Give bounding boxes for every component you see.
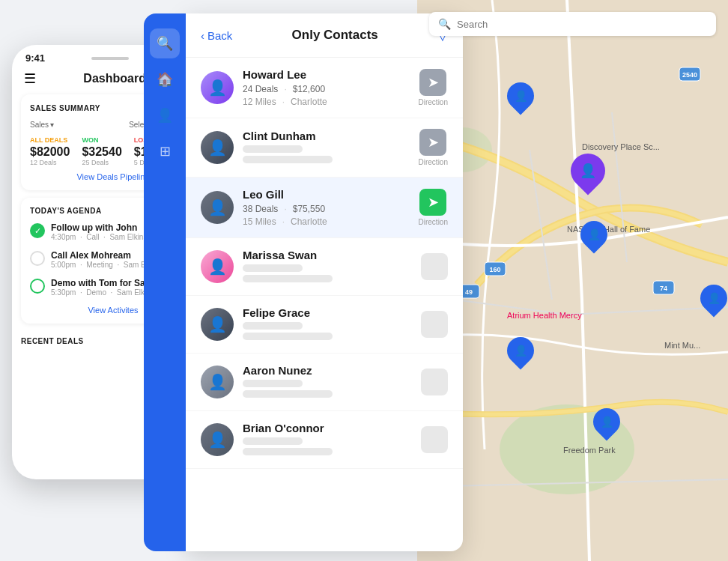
sidebar-icon-search[interactable]: 🔍 bbox=[150, 28, 180, 58]
direction-btn-leo[interactable]: ➤ Direction bbox=[419, 189, 448, 226]
avatar-leo: 👤 bbox=[201, 191, 234, 224]
direction-label-leo: Direction bbox=[419, 218, 448, 226]
agenda-check-1[interactable]: ✓ bbox=[30, 223, 45, 238]
back-chevron-icon: ‹ bbox=[201, 29, 204, 42]
contact-item-howard[interactable]: 👤 Howard Lee 24 Deals · $12,600 12 Miles… bbox=[186, 58, 463, 118]
map-search-bar: 🔍 bbox=[429, 12, 716, 36]
back-label: Back bbox=[207, 29, 232, 42]
sidebar-icon-grid[interactable]: ⊞ bbox=[150, 136, 180, 166]
contact-city-howard: Charlotte bbox=[291, 97, 327, 107]
all-deals-count: 12 Deals bbox=[30, 159, 70, 166]
map-pin-2[interactable]: 👤 bbox=[571, 154, 605, 188]
contact-amount-leo: $75,550 bbox=[293, 204, 325, 214]
won-deals-amount: $32540 bbox=[82, 145, 121, 159]
direction-placeholder-felipe bbox=[421, 311, 448, 338]
contact-name-felipe: Felipe Grace bbox=[243, 306, 412, 319]
sidebar-icon-home[interactable]: 🏠 bbox=[150, 64, 180, 94]
agenda-check-2[interactable] bbox=[30, 251, 45, 266]
contact-item-aaron[interactable]: 👤 Aaron Nunez bbox=[186, 354, 463, 411]
direction-placeholder-brian bbox=[421, 426, 448, 453]
won-deals-count: 25 Deals bbox=[82, 159, 121, 166]
contact-name-aaron: Aaron Nunez bbox=[243, 364, 412, 377]
map-label-freedom: Freedom Park bbox=[563, 446, 616, 455]
hamburger-icon[interactable]: ☰ bbox=[24, 70, 36, 87]
avatar-aaron: 👤 bbox=[201, 366, 234, 398]
svg-text:74: 74 bbox=[660, 285, 667, 292]
contact-city-leo: Charlotte bbox=[291, 216, 327, 227]
contact-info-marissa: Marissa Swan bbox=[243, 249, 412, 285]
all-deals-group: ALL DEALS $82000 12 Deals bbox=[30, 136, 70, 166]
avatar-felipe: 👤 bbox=[201, 308, 234, 341]
sales-summary-label: SALES SUMMARY bbox=[30, 104, 100, 112]
svg-text:160: 160 bbox=[489, 266, 500, 273]
contact-item-leo[interactable]: 👤 Leo Gill 38 Deals · $75,550 15 Miles ·… bbox=[186, 178, 463, 238]
direction-icon-clint: ➤ bbox=[419, 129, 446, 156]
contact-deals-leo: 38 Deals bbox=[243, 204, 278, 214]
won-deals-label: WON bbox=[82, 136, 121, 144]
map-roads-svg: 74 2540 277 49 74 160 bbox=[417, 0, 728, 561]
contact-name-clint: Clint Dunham bbox=[243, 130, 410, 142]
direction-btn-clint[interactable]: ➤ Direction bbox=[419, 129, 448, 166]
phone-title: Dashboard bbox=[83, 72, 146, 85]
contacts-title: Only Contacts bbox=[292, 28, 378, 43]
contact-name-marissa: Marissa Swan bbox=[243, 249, 412, 261]
sidebar-icon-person[interactable]: 👤 bbox=[150, 100, 180, 130]
svg-text:2540: 2540 bbox=[682, 71, 697, 79]
contact-miles-leo: 15 Miles bbox=[243, 216, 276, 227]
direction-icon-howard: ➤ bbox=[419, 69, 446, 96]
contacts-list: 👤 Howard Lee 24 Deals · $12,600 12 Miles… bbox=[186, 58, 463, 551]
contact-item-marissa[interactable]: 👤 Marissa Swan bbox=[186, 238, 463, 296]
map-label-atrium: Atrium Health Mercy bbox=[507, 311, 582, 320]
map-pin-4[interactable]: 👤 bbox=[700, 285, 727, 312]
map-label-mint: Mint Mu... bbox=[664, 341, 700, 350]
agenda-label: TODAY'S AGENDA bbox=[30, 207, 102, 215]
contact-info-aaron: Aaron Nunez bbox=[243, 364, 412, 400]
map-pin-1[interactable]: 👤 bbox=[507, 82, 534, 109]
contact-miles-howard: 12 Miles bbox=[243, 97, 276, 107]
contact-item-brian[interactable]: 👤 Brian O'connor bbox=[186, 411, 463, 469]
direction-label-howard: Direction bbox=[419, 98, 448, 106]
contact-deals-howard: 24 Deals bbox=[243, 84, 278, 94]
map-label-discovery: Discovery Place Sc... bbox=[582, 142, 660, 151]
contact-info-felipe: Felipe Grace bbox=[243, 306, 412, 342]
avatar-howard: 👤 bbox=[201, 71, 234, 104]
contact-item-felipe[interactable]: 👤 Felipe Grace bbox=[186, 296, 463, 354]
avatar-brian: 👤 bbox=[201, 423, 234, 456]
svg-text:49: 49 bbox=[465, 288, 473, 296]
all-deals-amount: $82000 bbox=[30, 145, 70, 159]
map-pin-3[interactable]: 👤 bbox=[580, 221, 607, 248]
direction-btn-howard[interactable]: ➤ Direction bbox=[419, 69, 448, 106]
sidebar: 🔍 🏠 👤 ⊞ bbox=[144, 13, 186, 551]
contact-info-brian: Brian O'connor bbox=[243, 422, 412, 458]
agenda-name-1: Follow up with John bbox=[51, 222, 156, 233]
direction-label-clint: Direction bbox=[419, 158, 448, 166]
all-deals-label: ALL DEALS bbox=[30, 136, 70, 144]
sales-filter[interactable]: Sales ▾ bbox=[30, 121, 54, 129]
contact-info-leo: Leo Gill 38 Deals · $75,550 15 Miles · C… bbox=[243, 188, 410, 227]
phone-time: 9:41 bbox=[25, 52, 45, 64]
contacts-header: ‹ Back Only Contacts ▽ bbox=[186, 13, 463, 58]
agenda-check-3[interactable] bbox=[30, 279, 45, 294]
map-pin-6[interactable]: 👤 bbox=[593, 408, 620, 435]
back-button[interactable]: ‹ Back bbox=[201, 29, 232, 42]
contact-name-leo: Leo Gill bbox=[243, 188, 410, 201]
direction-placeholder-marissa bbox=[421, 253, 448, 280]
won-deals-group: WON $32540 25 Deals bbox=[82, 136, 121, 166]
contact-info-clint: Clint Dunham bbox=[243, 130, 410, 166]
agenda-meta-1: 4:30pm · Call · Sam Elkinson bbox=[51, 233, 156, 241]
direction-icon-leo: ➤ bbox=[419, 189, 446, 216]
layout: 74 2540 277 49 74 160 🔍 Discovery Place … bbox=[0, 0, 728, 561]
map-pin-5[interactable]: 👤 bbox=[507, 337, 534, 364]
contact-amount-howard: $12,600 bbox=[293, 84, 325, 94]
avatar-clint: 👤 bbox=[201, 131, 234, 164]
chevron-down-icon: ▾ bbox=[50, 121, 54, 129]
contact-name-howard: Howard Lee bbox=[243, 68, 410, 81]
contact-info-howard: Howard Lee 24 Deals · $12,600 12 Miles ·… bbox=[243, 68, 410, 107]
map-search-input[interactable] bbox=[457, 19, 707, 30]
contact-name-brian: Brian O'connor bbox=[243, 422, 412, 434]
avatar-marissa: 👤 bbox=[201, 250, 234, 283]
direction-placeholder-aaron bbox=[421, 369, 448, 395]
contacts-panel: ‹ Back Only Contacts ▽ 👤 Howard Lee 24 D… bbox=[186, 13, 463, 551]
contact-item-clint[interactable]: 👤 Clint Dunham ➤ Direction bbox=[186, 118, 463, 178]
map-area: 74 2540 277 49 74 160 🔍 Discovery Place … bbox=[417, 0, 728, 561]
